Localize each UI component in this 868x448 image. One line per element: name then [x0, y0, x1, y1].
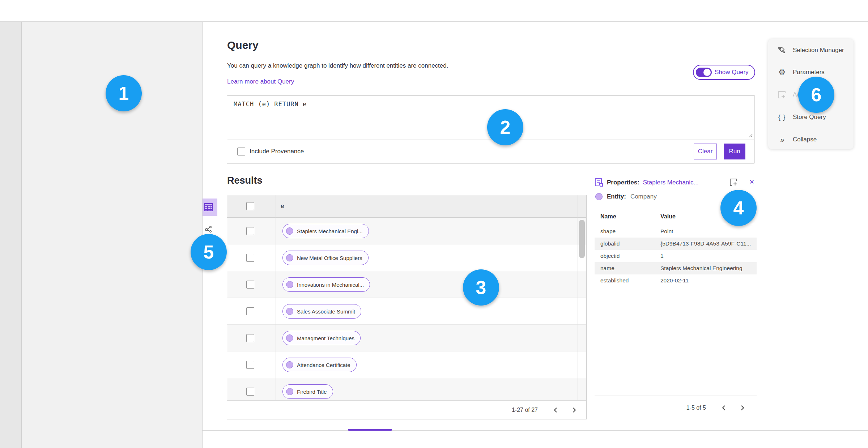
app-header: [0, 0, 868, 22]
table-row: Sales Associate Summit: [227, 298, 586, 325]
annotation-badge-6: 6: [798, 77, 834, 113]
row-checkbox[interactable]: [246, 281, 254, 289]
entity-pill[interactable]: New Metal Office Suppliers: [282, 251, 369, 265]
graph-icon: [205, 225, 213, 233]
prev-page-button[interactable]: [549, 403, 562, 417]
query-description: You can query a knowledge graph to ident…: [227, 62, 448, 69]
editor-divider: [227, 140, 754, 140]
property-row: globalid{5D9B4713-F98D-4A53-A59F-C11...: [595, 238, 757, 250]
property-row: established2020-02-11: [595, 274, 757, 287]
annotation-badge-4: 4: [720, 190, 757, 226]
row-checkbox[interactable]: [246, 334, 254, 342]
next-page-button[interactable]: [736, 401, 749, 415]
query-heading: Query: [227, 39, 259, 51]
row-checkbox[interactable]: [246, 254, 254, 262]
left-rail: [0, 22, 22, 448]
selection-manager-icon: [778, 46, 786, 55]
bottom-tab-bar: [203, 430, 868, 448]
gear-icon: ⚙: [778, 68, 786, 76]
show-query-label: Show Query: [715, 69, 749, 76]
entity-circle-icon: [286, 227, 293, 235]
annotation-badge-3: 3: [463, 269, 499, 306]
show-query-toggle[interactable]: Show Query: [693, 65, 755, 80]
results-table: e Staplers Mechanical Engi... New Metal …: [227, 195, 587, 419]
entity-circle-icon: [286, 308, 293, 315]
entity-pill[interactable]: Managment Techniques: [282, 331, 361, 345]
resize-handle[interactable]: [748, 133, 753, 137]
active-tab-indicator: [348, 429, 392, 431]
column-divider: [276, 195, 276, 400]
entity-pill[interactable]: Innovations in Mechanical...: [282, 277, 370, 292]
results-table-header: e: [227, 195, 586, 218]
close-properties-button[interactable]: ✕: [749, 178, 754, 186]
property-row: nameStaplers Mechanical Engineering: [595, 262, 757, 274]
entity-pill[interactable]: Firebird Title: [282, 384, 333, 399]
column-header-e: e: [281, 202, 284, 210]
results-heading: Results: [227, 175, 263, 186]
properties-label: Properties:: [607, 179, 639, 186]
table-row: New Metal Office Suppliers: [227, 244, 586, 271]
query-text[interactable]: MATCH (e) RETURN e: [234, 101, 307, 108]
prev-page-button[interactable]: [717, 401, 731, 415]
select-all-checkbox[interactable]: [246, 202, 254, 210]
entity-value: Company: [630, 193, 657, 200]
include-provenance-label: Include Provenance: [250, 148, 304, 155]
property-row: shapePoint: [595, 225, 757, 238]
collapse-icon: »: [778, 135, 786, 144]
entity-circle-icon: [286, 388, 293, 395]
learn-more-link[interactable]: Learn more about Query: [227, 78, 294, 85]
entity-circle-icon: [286, 254, 293, 261]
entity-label: Entity:: [607, 193, 626, 200]
table-row: Innovations in Mechanical...: [227, 271, 586, 298]
row-checkbox[interactable]: [246, 307, 254, 315]
annotation-badge-5: 5: [191, 234, 227, 270]
entity-circle-icon: [286, 334, 293, 342]
column-value: Value: [660, 213, 676, 220]
entity-type-icon: [595, 193, 603, 200]
table-view-button[interactable]: [200, 199, 217, 216]
clear-button[interactable]: Clear: [694, 144, 717, 159]
properties-footer-divider: [595, 396, 757, 396]
table-row: Attendance Certificate: [227, 351, 586, 378]
column-name: Name: [600, 213, 616, 220]
results-rows: Staplers Mechanical Engi... New Metal Of…: [227, 218, 586, 400]
include-provenance-checkbox[interactable]: [237, 148, 245, 155]
knowledge-studio-app: Knowledge Studio Project ? KS Knowledge …: [0, 0, 868, 448]
table-row: Firebird Title: [227, 378, 586, 400]
results-pagination: 1-27 of 27: [227, 400, 586, 419]
property-row: objectid1: [595, 250, 757, 262]
include-provenance-row: Include Provenance: [237, 143, 304, 160]
row-checkbox[interactable]: [246, 388, 254, 396]
entity-pill[interactable]: Attendance Certificate: [282, 358, 357, 372]
row-checkbox[interactable]: [246, 227, 254, 235]
annotation-badge-2: 2: [487, 109, 523, 145]
menu-item-collapse[interactable]: » Collapse: [768, 132, 854, 147]
entity-circle-icon: [286, 361, 293, 368]
toggle-track: [696, 68, 712, 77]
table-icon: [204, 202, 213, 212]
properties-pagination: 1-5 of 5: [595, 398, 757, 417]
properties-header: Properties: Staplers Mechanic... ✕: [595, 177, 757, 188]
next-page-button[interactable]: [567, 403, 581, 417]
entity-circle-icon: [286, 281, 293, 288]
row-checkbox[interactable]: [246, 361, 254, 369]
scrollbar-track: [578, 195, 578, 400]
properties-icon: [595, 178, 603, 187]
entity-row: Entity: Company: [595, 193, 657, 200]
menu-item-selection-manager[interactable]: Selection Manager: [768, 43, 854, 58]
annotation-badge-1: 1: [106, 75, 142, 111]
table-row: Managment Techniques: [227, 325, 586, 351]
toggle-knob: [703, 69, 711, 76]
braces-icon: { }: [778, 113, 786, 121]
add-to-selection-icon[interactable]: [729, 178, 738, 187]
entity-pill[interactable]: Sales Associate Summit: [282, 304, 361, 319]
scrollbar-thumb[interactable]: [579, 220, 585, 258]
results-page-label: 1-27 of 27: [512, 407, 538, 413]
properties-entity-link[interactable]: Staplers Mechanic...: [643, 179, 699, 186]
run-button[interactable]: Run: [724, 144, 745, 159]
add-icon: [778, 90, 786, 99]
properties-page-label: 1-5 of 5: [686, 405, 706, 411]
entity-pill[interactable]: Staplers Mechanical Engi...: [282, 224, 369, 238]
table-row: Staplers Mechanical Engi...: [227, 218, 586, 244]
